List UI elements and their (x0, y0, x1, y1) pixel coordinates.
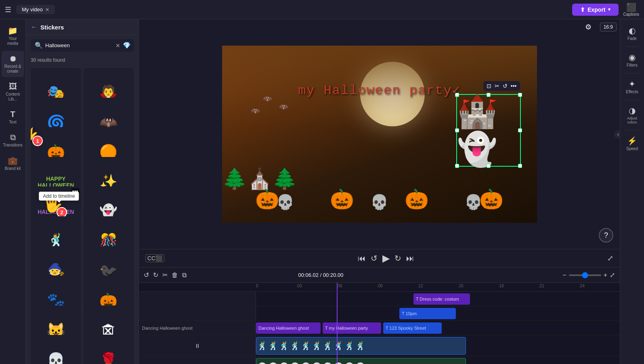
video-frame-icon: 💀 (323, 362, 333, 364)
timeline-copy-button[interactable]: ⧉ (182, 272, 187, 279)
right-item-fade[interactable]: ◐ Fade (622, 23, 643, 44)
captions-label: Captions (623, 12, 639, 17)
search-clear-button[interactable]: ✕ (115, 42, 120, 49)
video-frame-icon: 🕺 (323, 341, 333, 351)
divider (625, 73, 640, 73)
zoom-slider[interactable] (569, 274, 601, 276)
playhead-marker (337, 283, 338, 292)
fullscreen-button[interactable]: ⤢ (607, 254, 613, 263)
video-frame-icon: 💀 (290, 362, 300, 364)
right-item-speed[interactable]: ⚡ Speed (622, 133, 643, 154)
timeline-delete-button[interactable]: 🗑 (172, 272, 178, 279)
brand-kit-icon: 💼 (8, 156, 18, 165)
skip-back-button[interactable]: ⏮ (358, 254, 366, 263)
back5-button[interactable]: ↺ (371, 253, 378, 263)
sel-crop-button[interactable]: ⊡ (487, 83, 491, 89)
handle-bottom-right[interactable] (518, 164, 522, 168)
ruler-mark-12: :12 (417, 284, 423, 288)
filters-label: Filters (627, 63, 638, 67)
sidebar-item-transitions[interactable]: ⧉ Transitions (2, 130, 24, 151)
selection-box[interactable]: ⊡ ✂ ↺ ••• 🏰👻 (456, 94, 521, 167)
right-item-effects[interactable]: ✦ Effects (622, 76, 643, 97)
right-sidebar: ◐ Fade ◉ Filters ✦ Effects ◑ Adjust colo… (620, 19, 644, 364)
video-strip-1[interactable]: 🕺 🕺 🕺 🕺 🕺 🕺 🕺 🕺 🕺 🕺 (256, 337, 466, 355)
ruler-mark-15: :15 (458, 284, 464, 288)
sidebar-item-content-lib[interactable]: 🖼 Content Lib... (2, 79, 24, 105)
clip-10pm[interactable]: T 10pm (399, 308, 456, 319)
handle-mid-right[interactable] (518, 128, 522, 132)
video-frame-icon: 🕺 (355, 341, 365, 351)
handle-top-right[interactable] (518, 93, 522, 97)
export-chevron: ▾ (608, 7, 610, 12)
zoom-out-button[interactable]: − (562, 272, 566, 279)
tab-label: My video (22, 6, 43, 13)
halloween-title[interactable]: my Halloween party✓ (298, 82, 461, 98)
right-item-adjust-colors[interactable]: ◑ Adjust colors (622, 103, 643, 128)
aspect-ratio-button[interactable]: 16:9 (600, 23, 617, 31)
zoom-in-button[interactable]: + (604, 272, 607, 279)
ruler-mark-21: :21 (539, 284, 544, 288)
timeline-expand-button[interactable]: ⤢ (610, 271, 615, 279)
cc-button[interactable]: CC⬛ (145, 254, 164, 262)
speed-icon: ⚡ (627, 136, 637, 146)
zoom-controls: − + ⤢ (562, 271, 615, 279)
right-item-filters[interactable]: ◉ Filters (622, 49, 643, 71)
help-button[interactable]: ? (599, 228, 613, 243)
timeline-undo-button[interactable]: ↺ (144, 271, 149, 279)
skip-fwd-button[interactable]: ⏭ (406, 254, 414, 263)
sidebar-item-your-media[interactable]: 📁 Your media (2, 23, 24, 49)
bat-icon: 🦇 (262, 94, 273, 104)
project-tab[interactable]: My video ✕ (16, 5, 55, 14)
sticker-emoji: HALLOWEEN (38, 209, 74, 215)
clip-123-spooky-street[interactable]: T 123 Spooky Street (383, 322, 442, 334)
search-input[interactable] (45, 42, 113, 48)
timeline-current-time: 00:06.02 / 00:20.00 (298, 272, 343, 278)
time-separator: / (320, 272, 323, 278)
filters-icon: ◉ (629, 52, 636, 62)
sidebar-item-record[interactable]: ⏺ Record &create (2, 51, 24, 77)
timeline-cut-button[interactable]: ✂ (162, 271, 168, 279)
handle-mid-left[interactable] (455, 128, 459, 132)
captions-button[interactable]: ⬛ Captions (623, 2, 639, 17)
handle-bottom-left[interactable] (455, 164, 459, 168)
clip-dress-code[interactable]: T Dress code: costum (413, 293, 470, 305)
sticker-item[interactable]: 🌹 (84, 335, 134, 364)
canvas-settings-button[interactable]: ⚙ (585, 23, 592, 31)
clip-dancing-halloween-ghost[interactable]: Dancing Halloween ghost (256, 322, 321, 334)
handle-bottom-mid[interactable] (487, 164, 491, 168)
handle-top-mid[interactable] (487, 93, 491, 97)
record-icon: ⏺ (9, 54, 17, 63)
timeline-toolbar: ↺ ↻ ✂ 🗑 ⧉ 00:06.02 / 00:20.00 − + ⤢ (139, 268, 620, 283)
timeline-redo-button[interactable]: ↻ (153, 271, 158, 279)
adjust-colors-label: Adjust colors (623, 116, 641, 124)
effects-icon: ✦ (629, 79, 636, 89)
video-frame-icon: 🕺 (344, 341, 355, 351)
video-strip-2[interactable]: 💀 💀 💀 💀 💀 💀 💀 💀 💀 💀 (256, 358, 466, 364)
tab-close-icon[interactable]: ✕ (45, 7, 49, 13)
sticker-item[interactable]: 💀 (31, 335, 81, 364)
sel-cut-button[interactable]: ✂ (495, 83, 499, 89)
sidebar-item-brand-kit[interactable]: 💼 Brand kit (2, 153, 24, 174)
castle-ghost-sticker: 🏰👻 (457, 92, 520, 168)
ruler-mark-09: :09 (377, 284, 383, 288)
transitions-icon: ⧉ (10, 133, 16, 142)
panel-back-button[interactable]: ← (31, 23, 37, 31)
sel-rotate-button[interactable]: ↺ (503, 83, 508, 89)
divider (625, 130, 640, 130)
fwd5-button[interactable]: ↻ (394, 253, 401, 263)
play-button[interactable]: ▶ (382, 253, 390, 264)
sidebar-item-text[interactable]: T Text (2, 107, 24, 128)
stickers-panel: ← Stickers 🔍 ✕ 💎 30 results found 🎭 🧛 🌀 … (26, 19, 139, 364)
export-button[interactable]: ⬆ Export ▾ (572, 4, 618, 16)
menu-icon[interactable]: ☰ (5, 5, 11, 14)
track-label-video-2 (139, 356, 256, 364)
handle-top-left[interactable] (455, 93, 459, 97)
your-media-icon: 📁 (8, 26, 18, 36)
effects-label: Effects (626, 90, 638, 94)
sidebar-label-your-media: Your media (3, 36, 23, 46)
collapse-panel-button[interactable]: ‹ (614, 130, 620, 138)
sel-more-button[interactable]: ••• (511, 83, 517, 89)
sticker-dots-menu[interactable]: ••• (71, 188, 80, 195)
panel-title: Stickers (40, 24, 64, 31)
clip-my-halloween-party[interactable]: T my Halloween party (323, 322, 381, 334)
